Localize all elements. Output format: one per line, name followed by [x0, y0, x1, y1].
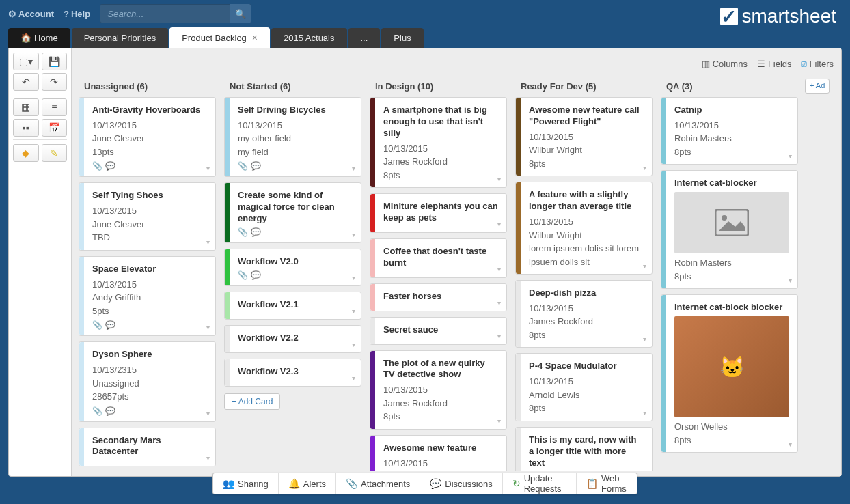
card[interactable]: Workflow V2.3▾ — [224, 359, 361, 387]
tool-calendar-view[interactable]: 📅 — [42, 119, 68, 137]
card[interactable]: Secret sauce▾ — [370, 317, 507, 345]
card-expand-icon[interactable]: ▾ — [789, 440, 792, 448]
card[interactable]: Internet cat-blockerRobin Masters8pts▾ — [661, 170, 798, 289]
tab--[interactable]: ... — [348, 28, 381, 48]
account-link[interactable]: ⚙ Account — [8, 9, 54, 19]
add-column-button[interactable]: + Ad — [805, 79, 830, 94]
card[interactable]: Catnip10/13/2015Robin Masters8pts▾ — [661, 97, 798, 165]
tab-close-icon[interactable]: × — [252, 32, 258, 43]
card-expand-icon[interactable]: ▾ — [352, 341, 355, 348]
tab-home[interactable]: 🏠Home — [8, 28, 70, 48]
card-expand-icon[interactable]: ▾ — [206, 238, 210, 246]
card-stripe — [516, 428, 521, 471]
card[interactable]: Awesome new feature10/13/2015James Rockf… — [370, 435, 507, 471]
card-attachments-icons: 📎💬 — [92, 161, 207, 171]
tool-undo[interactable]: ↶ — [13, 73, 39, 91]
tool-conditional-format[interactable]: ◆ — [13, 144, 39, 162]
tool-highlight[interactable]: ✎ — [42, 144, 68, 162]
card-content: The plot of a new quirky TV detective sh… — [375, 351, 506, 429]
card[interactable]: Faster horses▾ — [370, 283, 507, 311]
card[interactable]: Coffee that doesn't taste burnt▾ — [370, 238, 507, 278]
card[interactable]: Workflow V2.1▾ — [224, 292, 361, 320]
card-expand-icon[interactable]: ▾ — [497, 266, 501, 273]
alerts-icon: 🔔 — [288, 478, 300, 489]
bottombar-alerts[interactable]: 🔔Alerts — [279, 473, 336, 494]
card[interactable]: Secondary Mars Datacenter▾ — [79, 428, 216, 467]
help-link[interactable]: ? Help — [64, 9, 90, 19]
tool-indent[interactable]: ≡ — [42, 98, 68, 116]
card[interactable]: A smartphone that is big enough to use t… — [370, 97, 507, 188]
card-expand-icon[interactable]: ▾ — [352, 231, 355, 238]
card-expand-icon[interactable]: ▾ — [497, 176, 501, 183]
columns-control[interactable]: ▥Columns — [702, 59, 748, 69]
bottombar-discussions[interactable]: 💬Discussions — [420, 473, 502, 494]
card-field: Robin Masters — [674, 132, 789, 145]
card[interactable]: Dyson Sphere10/13/2315Unassigned28657pts… — [79, 341, 216, 421]
card-expand-icon[interactable]: ▾ — [497, 333, 501, 340]
card-expand-icon[interactable]: ▾ — [789, 277, 792, 284]
card-expand-icon[interactable]: ▾ — [497, 417, 501, 425]
fields-control[interactable]: ☰Fields — [757, 59, 792, 69]
bottombar-label: Sharing — [238, 479, 269, 489]
card[interactable]: P-4 Space Mudulator10/13/2015Arnold Lewi… — [515, 353, 653, 421]
card-expand-icon[interactable]: ▾ — [206, 324, 210, 331]
card[interactable]: Self Tying Shoes10/13/2015June CleaverTB… — [79, 182, 216, 250]
tab-plus[interactable]: Plus — [381, 28, 423, 48]
card-expand-icon[interactable]: ▾ — [352, 374, 355, 382]
card-expand-icon[interactable]: ▾ — [206, 410, 210, 417]
tool-save[interactable]: 💾 — [42, 53, 68, 70]
column-header: QA (3) — [659, 77, 799, 97]
card[interactable]: Workflow V2.0📎💬▾ — [224, 249, 361, 286]
card-expand-icon[interactable]: ▾ — [352, 274, 355, 281]
card[interactable]: This is my card, now with a longer title… — [515, 427, 653, 471]
card-expand-icon[interactable]: ▾ — [643, 409, 646, 417]
tab-product-backlog[interactable]: Product Backlog× — [169, 27, 270, 48]
card-expand-icon[interactable]: ▾ — [206, 165, 210, 172]
card-expand-icon[interactable]: ▾ — [352, 165, 355, 172]
card[interactable]: Awesome new feature call "Powered Flight… — [515, 97, 653, 176]
card-expand-icon[interactable]: ▾ — [497, 221, 501, 228]
card-content: Faster horses▾ — [375, 284, 506, 311]
card[interactable]: Deep-dish pizza10/13/2015James Rockford8… — [515, 280, 653, 348]
tool-grid-view[interactable]: ▦ — [13, 98, 39, 116]
card[interactable]: Internet cat-block blocker🐱Orson Welles8… — [661, 294, 798, 453]
tool-redo[interactable]: ↷ — [42, 73, 68, 91]
card[interactable]: Create some kind of magical force for cl… — [224, 182, 361, 243]
card-expand-icon[interactable]: ▾ — [643, 335, 646, 343]
card-title: Workflow V2.2 — [238, 333, 353, 344]
filters-control[interactable]: ⎚Filters — [801, 59, 834, 69]
card-expand-icon[interactable]: ▾ — [643, 262, 646, 270]
search-button[interactable]: 🔍 — [230, 4, 251, 23]
card-content: Workflow V2.3▾ — [230, 359, 361, 386]
tool-sheet-dropdown[interactable]: ▢▾ — [13, 53, 39, 70]
card-title: Workflow V2.1 — [238, 299, 353, 311]
card-title: Secondary Mars Datacenter — [92, 435, 207, 458]
card[interactable]: Anti-Gravity Hoverboards10/13/2015June C… — [79, 97, 216, 177]
card-expand-icon[interactable]: ▾ — [643, 164, 646, 171]
card-stripe — [79, 342, 84, 421]
card[interactable]: A feature with a slightly longer than av… — [515, 182, 653, 275]
card[interactable]: The plot of a new quirky TV detective sh… — [370, 350, 507, 430]
card[interactable]: Miniture elephants you can keep as pets▾ — [370, 193, 507, 233]
card-expand-icon[interactable]: ▾ — [497, 299, 501, 307]
tool-card-view[interactable]: ▪▪ — [13, 119, 39, 137]
search-input[interactable] — [100, 9, 230, 19]
card-expand-icon[interactable]: ▾ — [352, 307, 355, 315]
bottombar-sharing[interactable]: 👥Sharing — [213, 473, 279, 494]
card-expand-icon[interactable]: ▾ — [206, 454, 210, 462]
card[interactable]: Self Driving Bicycles10/13/2015my other … — [224, 97, 361, 177]
card[interactable]: Workflow V2.2▾ — [224, 325, 361, 353]
card[interactable]: Space Elevator10/13/2015Andy Griffith5pt… — [79, 256, 216, 336]
card-expand-icon[interactable]: ▾ — [789, 152, 792, 160]
bottombar-attachments[interactable]: 📎Attachments — [336, 473, 420, 494]
card-field: Andy Griffith — [92, 291, 207, 305]
card-stripe — [79, 257, 84, 335]
card-content: Space Elevator10/13/2015Andy Griffith5pt… — [84, 257, 215, 335]
tab-personal-priorities[interactable]: Personal Priorities — [72, 28, 169, 48]
bottombar-updates[interactable]: ↻Update Requests — [503, 473, 577, 494]
add-card-button[interactable]: + Add Card — [224, 393, 280, 410]
bottombar-label: Discussions — [445, 479, 492, 489]
card-stripe — [370, 98, 375, 187]
tab-2015-actuals[interactable]: 2015 Actuals — [271, 28, 346, 48]
bottombar-webforms[interactable]: 📋Web Forms — [577, 473, 637, 494]
